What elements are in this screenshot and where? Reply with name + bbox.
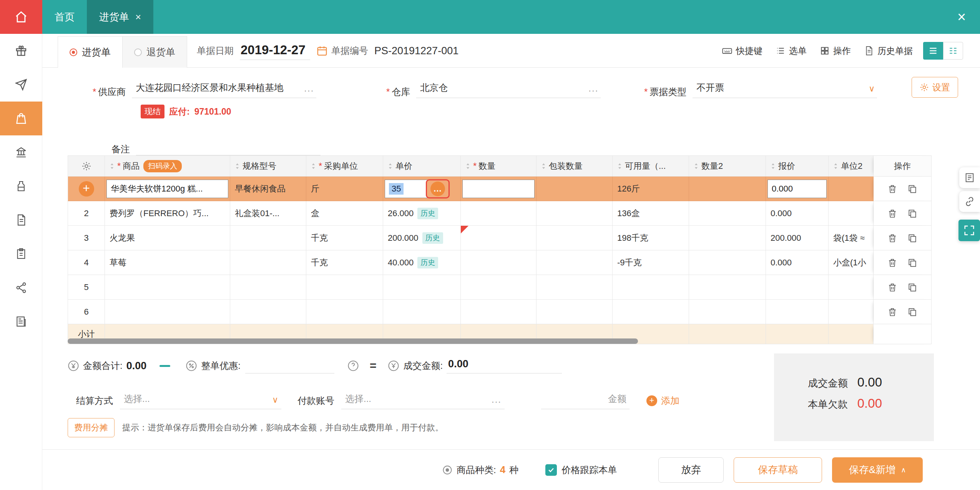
header-product[interactable]: * 商品 扫码录入 xyxy=(105,155,230,177)
doc-date-value[interactable]: 2019-12-27 xyxy=(240,42,310,60)
spec-cell[interactable]: 礼盒装01-... xyxy=(230,201,306,226)
window-close-icon[interactable]: × xyxy=(943,0,980,34)
tab-home[interactable]: 首页 xyxy=(42,0,87,34)
quote-cell[interactable]: 0.000 xyxy=(766,201,829,226)
qty2-cell[interactable] xyxy=(689,300,766,324)
header-spec[interactable]: 规格型号 xyxy=(230,155,306,177)
product-cell[interactable]: 草莓 xyxy=(105,250,230,275)
home-button[interactable] xyxy=(0,0,42,34)
actions-button[interactable]: 操作 xyxy=(820,45,851,57)
pack-cell[interactable] xyxy=(537,201,613,226)
history-badge[interactable]: 历史 xyxy=(417,208,438,219)
sidebar-item-jar[interactable] xyxy=(0,169,42,203)
available-cell[interactable]: -9千克 xyxy=(613,250,689,275)
copy-icon[interactable] xyxy=(907,258,917,268)
settle-method-select[interactable]: 选择... ∨ xyxy=(120,393,281,409)
unit2-cell[interactable] xyxy=(829,275,874,300)
unit2-cell[interactable] xyxy=(829,300,874,324)
price-track-option[interactable]: 价格跟踪本单 xyxy=(545,464,617,476)
sort-icon[interactable] xyxy=(541,163,546,170)
remark-input[interactable] xyxy=(136,151,321,155)
horizontal-scrollbar[interactable] xyxy=(68,338,874,345)
sidebar-item-send[interactable] xyxy=(0,68,42,102)
supplier-more-icon[interactable]: ... xyxy=(304,83,314,94)
copy-icon[interactable] xyxy=(907,307,917,317)
unit-cell[interactable]: 千克 xyxy=(306,250,383,275)
price-input[interactable]: 35 xyxy=(385,180,432,198)
pay-account-select[interactable]: 选择... ... xyxy=(341,393,505,409)
add-row-button[interactable]: + xyxy=(79,181,94,197)
unit2-cell[interactable] xyxy=(829,201,874,226)
quote-cell[interactable]: 0.000 xyxy=(766,250,829,275)
pack-cell[interactable] xyxy=(537,226,613,250)
qty2-cell[interactable] xyxy=(689,250,766,275)
copy-icon[interactable] xyxy=(907,233,917,243)
available-cell[interactable] xyxy=(613,275,689,300)
sidebar-item-bank[interactable] xyxy=(0,135,42,169)
available-cell[interactable]: 126斤 xyxy=(613,177,689,201)
tab-purchase-order[interactable]: 进货单 × xyxy=(87,0,153,34)
note-tool-button[interactable] xyxy=(959,167,980,188)
pay-amount-input[interactable]: 金额 xyxy=(541,393,630,409)
unit-cell[interactable]: 千克 xyxy=(306,226,383,250)
link-tool-button[interactable] xyxy=(959,191,980,212)
product-cell[interactable] xyxy=(105,275,230,300)
qty-cell[interactable] xyxy=(461,177,537,201)
trash-icon[interactable] xyxy=(887,258,897,268)
qty2-cell[interactable] xyxy=(689,177,766,201)
unit-cell[interactable] xyxy=(306,300,383,324)
quote-input[interactable]: 0.000 xyxy=(767,180,827,198)
product-cell[interactable]: 费列罗（FERRERO）巧... xyxy=(105,201,230,226)
discard-button[interactable]: 放弃 xyxy=(658,457,724,483)
supplier-input[interactable]: 大连花园口经济区景和水果种植基地 ... xyxy=(132,82,316,98)
spec-cell[interactable]: 早餐休闲食品 xyxy=(230,177,306,201)
spec-cell[interactable] xyxy=(230,275,306,300)
header-quote[interactable]: 报价 xyxy=(766,155,829,177)
qty-cell[interactable] xyxy=(461,250,537,275)
collapse-dash-icon[interactable] xyxy=(159,365,170,367)
header-available[interactable]: 可用量（... xyxy=(613,155,689,177)
header-pack[interactable]: 包装数量 xyxy=(537,155,613,177)
scrollbar-thumb[interactable] xyxy=(68,338,638,344)
price-cell[interactable]: 40.000历史 xyxy=(383,250,461,275)
qty2-cell[interactable] xyxy=(689,201,766,226)
product-cell[interactable]: 华美华夫软饼1200g 糕... xyxy=(105,177,230,201)
shortcut-button[interactable]: 快捷键 xyxy=(722,45,762,57)
sidebar-item-purchase[interactable] xyxy=(0,102,42,135)
unit-cell[interactable]: 斤 xyxy=(306,177,383,201)
expand-tool-button[interactable] xyxy=(958,220,980,241)
qty2-cell[interactable] xyxy=(689,275,766,300)
qty-cell[interactable] xyxy=(461,226,537,250)
qty-cell[interactable] xyxy=(461,275,537,300)
price-cell[interactable]: 200.000历史 xyxy=(383,226,461,250)
product-cell[interactable]: 火龙果 xyxy=(105,226,230,250)
copy-icon[interactable] xyxy=(907,184,917,194)
history-badge[interactable]: 历史 xyxy=(417,257,438,268)
spec-cell[interactable] xyxy=(230,226,306,250)
qty2-cell[interactable] xyxy=(689,226,766,250)
save-and-new-button[interactable]: 保存&新增 ∧ xyxy=(832,457,923,483)
trash-icon[interactable] xyxy=(887,184,897,194)
price-more-button[interactable]: ... xyxy=(430,182,445,196)
quote-cell[interactable]: 200.000 xyxy=(766,226,829,250)
header-price[interactable]: 单价 xyxy=(383,155,461,177)
invoice-type-select[interactable]: 不开票 ∨ xyxy=(693,82,877,98)
header-qty[interactable]: *数量 xyxy=(461,155,537,177)
history-docs-button[interactable]: 历史单据 xyxy=(864,45,913,57)
qty-cell[interactable] xyxy=(461,300,537,324)
unit2-cell[interactable] xyxy=(829,177,874,201)
unit2-cell[interactable]: 袋(1袋 ≈ xyxy=(829,226,874,250)
available-cell[interactable] xyxy=(613,300,689,324)
sort-icon[interactable] xyxy=(617,163,622,170)
discount-input[interactable] xyxy=(245,358,334,373)
unit-cell[interactable] xyxy=(306,275,383,300)
header-unit2[interactable]: 单位2 xyxy=(829,155,874,177)
sort-icon[interactable] xyxy=(110,163,115,170)
pack-cell[interactable] xyxy=(537,300,613,324)
qty-input[interactable] xyxy=(462,180,535,198)
available-cell[interactable]: 198千克 xyxy=(613,226,689,250)
warehouse-more-icon[interactable]: ... xyxy=(588,83,598,94)
chevron-down-icon[interactable]: ∨ xyxy=(869,84,875,94)
header-unit[interactable]: *采购单位 xyxy=(306,155,383,177)
sort-icon[interactable] xyxy=(465,163,470,170)
